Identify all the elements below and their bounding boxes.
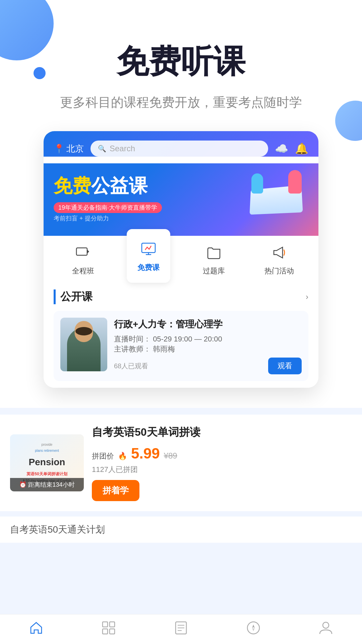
teacher-label: 主讲教师： (114, 345, 151, 353)
section-header: 公开课 › (54, 289, 308, 304)
watch-button[interactable]: 观看 (268, 358, 302, 374)
app-header-top: 📍 北京 🔍 Search ☁️ 🔔 (54, 141, 308, 157)
bell-icon[interactable]: 🔔 (295, 142, 308, 155)
nav-icon-folder (202, 243, 226, 263)
illus-figure1 (288, 170, 302, 194)
banner-title-rest: 公益课 (91, 175, 147, 196)
preview-title: 自考英语50天通关计划 (10, 523, 352, 536)
svg-rect-2 (142, 243, 155, 253)
svg-rect-7 (103, 629, 108, 634)
city-name: 北京 (66, 143, 84, 155)
main-content: 免费听课 更多科目的课程免费开放，重要考点随时学 📍 北京 🔍 Search (0, 0, 362, 583)
course-card: 行政+人力专：管理心理学 直播时间： 05-29 19:00 — 20:00 主… (54, 311, 308, 381)
svg-rect-5 (103, 622, 108, 627)
svg-marker-1 (87, 250, 89, 254)
location-label: 📍 北京 (54, 143, 84, 155)
chat-icon[interactable]: ☁️ (275, 142, 288, 155)
course-footer: 68人已观看 观看 (114, 358, 302, 374)
nav-label-activities: 热门活动 (264, 266, 294, 276)
teacher-photo (60, 318, 107, 371)
viewers-count: 68人已观看 (114, 362, 148, 371)
section-more[interactable]: › (306, 292, 308, 302)
group-price-row: 拼团价 🔥 5.99 ¥89 (92, 445, 352, 462)
group-info: 自考英语50天单词拼读 拼团价 🔥 5.99 ¥89 1127人已拼团 拼着学 (92, 425, 352, 501)
course-time: 直播时间： 05-29 19:00 — 20:00 (114, 334, 302, 344)
hero-subtitle: 更多科目的课程免费开放，重要考点随时学 (20, 94, 342, 111)
svg-marker-15 (252, 628, 255, 631)
home-icon (28, 620, 44, 636)
bottom-nav-home[interactable] (28, 620, 44, 636)
bottom-nav-me[interactable] (318, 620, 334, 636)
nav-item-questions[interactable]: 过题库 (192, 236, 236, 283)
preview-section: 自考英语50天通关计划 (0, 517, 362, 543)
nav-label-fullcourse: 全程班 (72, 266, 94, 276)
bottom-nav-courses[interactable] (101, 620, 117, 636)
quick-nav: 全程班 免费课 (44, 236, 318, 283)
nav-icon-video (71, 243, 95, 263)
group-buy-button[interactable]: 拼着学 (92, 480, 139, 501)
svg-rect-8 (110, 629, 115, 634)
group-people-count: 1127人已拼团 (92, 465, 352, 475)
bottom-nav (0, 614, 362, 644)
group-course-image: provide plans retirement Pension 英语50天单词… (10, 434, 84, 491)
grid-icon (101, 620, 117, 636)
user-icon (318, 620, 334, 636)
nav-item-freecourse[interactable]: 免费课 (127, 229, 170, 283)
more-chevron-icon: › (306, 292, 308, 302)
nav-label-questions: 过题库 (203, 266, 225, 276)
search-placeholder: Search (110, 144, 135, 153)
price-label: 拼团价 (92, 451, 114, 461)
nav-icon-monitor (136, 239, 161, 259)
course-info: 行政+人力专：管理心理学 直播时间： 05-29 19:00 — 20:00 主… (114, 318, 302, 374)
broadcast-label: 直播时间： (114, 335, 151, 343)
course-teacher: 主讲教师： 韩雨梅 (114, 344, 302, 354)
timer-text: 距离结束134小时 (28, 481, 74, 488)
compass-icon (245, 620, 261, 636)
search-bar[interactable]: 🔍 Search (90, 141, 268, 157)
book-icon (173, 620, 189, 636)
course-title-text: 行政+人力专：管理心理学 (114, 318, 302, 331)
teacher-name: 韩雨梅 (153, 345, 175, 353)
group-section: provide plans retirement Pension 英语50天单词… (0, 415, 362, 511)
word-main: Pension (23, 454, 71, 471)
word-sub: 英语50天单词拼读计划 (23, 471, 71, 478)
location-pin-icon: 📍 (54, 144, 64, 154)
illus-figure2 (251, 173, 263, 194)
group-timer: ⏰ 距离结束134小时 (10, 478, 84, 491)
price-fire-icon: 🔥 (118, 452, 127, 461)
broadcast-time: 05-29 19:00 — 20:00 (153, 335, 222, 343)
nav-label-freecourse: 免费课 (137, 263, 160, 273)
svg-point-16 (323, 622, 329, 628)
bottom-nav-study[interactable] (173, 620, 189, 636)
svg-rect-0 (76, 248, 87, 255)
nav-item-fullcourse[interactable]: 全程班 (61, 236, 105, 283)
banner-tag: 19年通关必备指南·大牛师资直播带学 (54, 202, 162, 213)
group-img-inner: provide plans retirement Pension 英语50天单词… (10, 434, 84, 491)
hero-title: 免费听课 (20, 40, 342, 84)
search-icon: 🔍 (98, 145, 106, 153)
nav-icon-megaphone (267, 243, 291, 263)
banner-illustration (245, 167, 312, 220)
group-course-title: 自考英语50天单词拼读 (92, 425, 352, 440)
app-header-icons: ☁️ 🔔 (275, 142, 308, 155)
app-card: 📍 北京 🔍 Search ☁️ 🔔 (44, 131, 318, 388)
app-header: 📍 北京 🔍 Search ☁️ 🔔 (44, 131, 318, 157)
svg-point-13 (247, 622, 259, 634)
original-price: ¥89 (164, 451, 177, 461)
app-card-wrapper: 📍 北京 🔍 Search ☁️ 🔔 (44, 131, 318, 388)
bottom-nav-discover[interactable] (245, 620, 261, 636)
group-price: 5.99 (131, 445, 160, 462)
nav-item-activities[interactable]: 热门活动 (257, 236, 301, 283)
section-title: 公开课 (54, 289, 93, 304)
svg-marker-14 (252, 625, 255, 628)
svg-rect-6 (110, 622, 115, 627)
open-course-section: 公开课 › (44, 283, 318, 388)
hero-section: 免费听课 更多科目的课程免费开放，重要考点随时学 📍 北京 🔍 Search (0, 0, 362, 408)
banner-free-text: 免费 (54, 175, 91, 196)
